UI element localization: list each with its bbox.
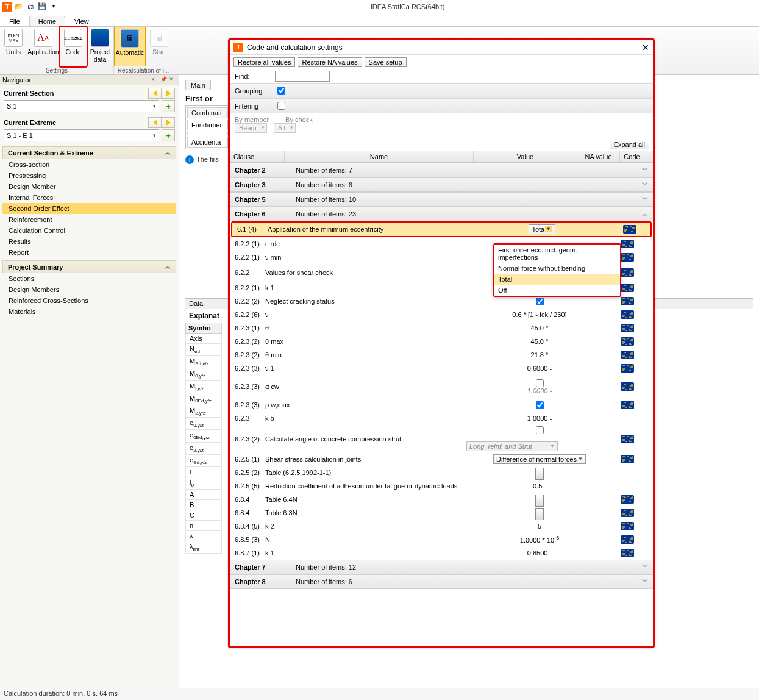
panel-close-icon[interactable]: ✕ [169, 76, 176, 84]
grouping-checkbox[interactable] [277, 87, 285, 95]
member-select: Beam [235, 123, 267, 133]
tab-main[interactable]: Main [185, 80, 211, 90]
eu-flag-icon [621, 549, 634, 557]
param-row: 6.8.4 (5)k 25 [230, 520, 653, 533]
nav-item[interactable]: Second Order Effect [2, 203, 176, 214]
navigator-title: Navigator [2, 76, 31, 84]
ribbon-group-settings-label: Settings [0, 66, 113, 74]
param-row: 6.8.4Table 6.4N [230, 493, 653, 506]
ribbon-start-button[interactable]: 🖩 Start [146, 27, 173, 66]
param-checkbox[interactable] [536, 401, 544, 409]
eu-flag-icon [621, 522, 634, 530]
chapter-row[interactable]: Chapter 7Number of items: 12︾ [230, 560, 653, 574]
ribbon-code-button[interactable]: 1.1525.8 Code [60, 27, 87, 66]
extreme-prev-button[interactable] [148, 117, 162, 128]
eu-flag-icon [621, 268, 634, 277]
nav-item[interactable]: Design Members [2, 284, 176, 295]
nav-item[interactable]: Materials [2, 306, 176, 317]
restore-all-button[interactable]: Restore all values [233, 57, 295, 67]
ribbon-automatic-button[interactable]: 🖩 Automatic [114, 27, 146, 66]
grouping-row: Grouping [230, 83, 653, 98]
section-prev-button[interactable] [148, 88, 162, 99]
find-label: Find: [235, 73, 271, 80]
dropdown-option[interactable]: Total [494, 274, 620, 285]
symbol-cell: l [186, 466, 222, 477]
eu-flag-icon [621, 351, 634, 359]
chapter-row[interactable]: Chapter 8Number of items: 6︾ [230, 574, 653, 589]
ribbon-code-label: Code [65, 48, 80, 55]
chapter-row[interactable]: Chapter 6Number of items: 23︽ [230, 207, 653, 221]
slider[interactable] [539, 509, 540, 517]
chapter-row[interactable]: Chapter 3Number of items: 6︾ [230, 177, 653, 192]
by-member-label: By member [235, 116, 283, 123]
tab-view[interactable]: View [65, 16, 98, 26]
current-section-select[interactable]: S 1 ▾ [4, 100, 159, 112]
qat-open2-icon[interactable]: 🗂 [26, 2, 35, 12]
eccentricity-dropdown[interactable]: First-order ecc. incl. geom. imperfectio… [493, 243, 621, 297]
symbol-cell: Mi,y/z [186, 380, 222, 393]
nav-item[interactable]: Report [2, 247, 176, 258]
find-row: Find: [230, 70, 653, 83]
nav-item[interactable]: Reinforcement [2, 214, 176, 225]
section-next-button[interactable] [162, 88, 175, 99]
save-setup-button[interactable]: Save setup [365, 57, 407, 67]
param-row: 6.2.3 (2)Calculate angle of concrete com… [230, 425, 653, 452]
nav-item[interactable]: Results [2, 236, 176, 247]
current-extreme-select[interactable]: S 1 - E 1 ▾ [4, 129, 159, 141]
chapter-row[interactable]: Chapter 2Number of items: 7︾ [230, 163, 653, 177]
ribbon-units-button[interactable]: m kNMPa Units [0, 27, 27, 66]
param-row-highlight[interactable]: 6.1 (4)Application of the minimum eccent… [232, 223, 650, 236]
param-row: 6.2.3 (3)ρ w,max [230, 398, 653, 412]
chapter-row[interactable]: Chapter 5Number of items: 10︾ [230, 192, 653, 207]
dropdown-option[interactable]: Off [494, 285, 620, 296]
qat-save-icon[interactable]: 💾 [37, 2, 47, 12]
ribbon-application-button[interactable]: AA Application [27, 27, 60, 66]
qat-open-icon[interactable]: 📂 [14, 2, 24, 12]
eccentricity-select[interactable]: Total [529, 224, 555, 234]
nav-item[interactable]: Cross-section [2, 159, 176, 170]
expand-all-button[interactable]: Expand all [610, 140, 649, 149]
symbol-cell: eEd,y/z [186, 454, 222, 466]
dialog-body[interactable]: Chapter 2Number of items: 7︾Chapter 3Num… [230, 163, 653, 646]
param-checkbox[interactable] [536, 379, 544, 387]
dropdown-option[interactable]: First-order ecc. incl. geom. imperfectio… [494, 245, 620, 263]
nav-group-summary-title: Project Summary [8, 263, 63, 271]
navigator-panel: Navigator ▾ 📌 ✕ Current Section S 1 ▾ + … [0, 75, 179, 688]
slider[interactable] [539, 495, 540, 504]
param-checkbox[interactable] [536, 298, 544, 305]
slider[interactable] [539, 468, 540, 477]
symbol-cell: e2,y/z [186, 442, 222, 454]
param-row: 6.2.5 (1)Shear stress calculation in joi… [230, 452, 653, 466]
section-add-button[interactable]: + [162, 100, 175, 112]
nav-item[interactable]: Internal Forces [2, 192, 176, 203]
qat-dropdown-icon[interactable]: ▾ [49, 2, 59, 12]
nav-item[interactable]: Calculation Control [2, 225, 176, 236]
nav-item[interactable]: Design Member [2, 181, 176, 192]
find-input[interactable] [275, 71, 330, 82]
tab-file[interactable]: File [0, 16, 29, 26]
table-row: Fundamen [187, 120, 228, 130]
panel-dropdown-icon[interactable]: ▾ [152, 76, 159, 84]
dropdown-option[interactable]: Normal force without bending [494, 263, 620, 274]
nav-group-summary[interactable]: Project Summary ︽ [2, 260, 176, 273]
nav-item[interactable]: Prestressing [2, 170, 176, 181]
tab-home[interactable]: Home [29, 16, 65, 26]
extreme-add-button[interactable]: + [162, 129, 175, 141]
filtering-checkbox[interactable] [277, 102, 285, 110]
param-row: 6.8.5 (3)N1.0000 * 10 6 [230, 533, 653, 546]
ribbon-project-data-button[interactable]: Project data [87, 27, 113, 66]
nav-group-current[interactable]: Current Section & Extreme ︽ [2, 146, 176, 159]
eu-flag-icon [623, 225, 636, 234]
value-select[interactable]: Difference of normal forces [493, 454, 586, 464]
nav-item[interactable]: Sections [2, 273, 176, 284]
param-checkbox[interactable] [536, 426, 544, 434]
extreme-next-button[interactable] [162, 117, 175, 128]
nav-item[interactable]: Reinforced Cross-Sections [2, 295, 176, 306]
dialog-close-button[interactable]: ✕ [642, 43, 649, 52]
restore-na-button[interactable]: Restore NA values [298, 57, 362, 67]
symbol-cell: e0,y/z [186, 418, 222, 430]
col-clause: Clause [230, 151, 285, 162]
panel-pin-icon[interactable]: 📌 [160, 76, 168, 84]
param-row: 6.2.5 (5)Reduction coefficient of adhesi… [230, 479, 653, 493]
param-row: 6.8.4Table 6.3N [230, 506, 653, 520]
